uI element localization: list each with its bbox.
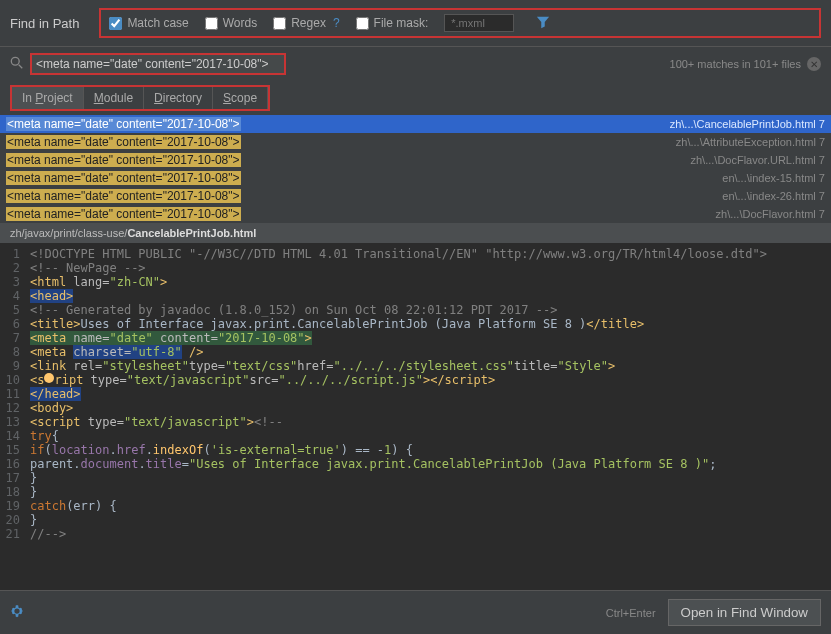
results-list[interactable]: <meta name="date" content="2017-10-08">z… bbox=[0, 115, 831, 223]
result-row[interactable]: <meta name="date" content="2017-10-08">e… bbox=[0, 169, 831, 187]
code-preview[interactable]: 1<!DOCTYPE HTML PUBLIC "-//W3C//DTD HTML… bbox=[0, 243, 831, 590]
search-options-group: Match case Words Regex? File mask: bbox=[99, 8, 821, 38]
result-path: zh\...\DocFlavor.html 7 bbox=[716, 208, 825, 220]
scope-tab-module[interactable]: Module bbox=[84, 87, 144, 109]
scope-row: In Project Module Directory Scope bbox=[0, 81, 831, 115]
open-file-path: zh/javax/print/class-use/CancelablePrint… bbox=[0, 223, 831, 243]
result-match-text: <meta name="date" content="2017-10-08"> bbox=[6, 153, 241, 167]
result-match-text: <meta name="date" content="2017-10-08"> bbox=[6, 189, 241, 203]
filemask-input[interactable] bbox=[444, 14, 514, 32]
result-match-text: <meta name="date" content="2017-10-08"> bbox=[6, 135, 241, 149]
result-path: en\...\index-26.html 7 bbox=[722, 190, 825, 202]
filemask-checkbox[interactable]: File mask: bbox=[356, 16, 429, 30]
dialog-header: Find in Path Match case Words Regex? Fil… bbox=[0, 0, 831, 47]
clear-search-icon[interactable]: ✕ bbox=[807, 57, 821, 71]
shortcut-hint: Ctrl+Enter bbox=[606, 607, 656, 619]
dialog-footer: Ctrl+Enter Open in Find Window bbox=[0, 590, 831, 634]
scope-tabs: In Project Module Directory Scope bbox=[10, 85, 270, 111]
search-input-wrapper bbox=[30, 53, 286, 75]
result-path: zh\...\AttributeException.html 7 bbox=[676, 136, 825, 148]
result-match-text: <meta name="date" content="2017-10-08"> bbox=[6, 117, 241, 131]
words-checkbox[interactable]: Words bbox=[205, 16, 257, 30]
result-row[interactable]: <meta name="date" content="2017-10-08">z… bbox=[0, 115, 831, 133]
filter-icon[interactable] bbox=[536, 15, 550, 32]
result-path: zh\...\DocFlavor.URL.html 7 bbox=[691, 154, 826, 166]
search-row: 100+ matches in 101+ files ✕ bbox=[0, 47, 831, 81]
result-row[interactable]: <meta name="date" content="2017-10-08">e… bbox=[0, 187, 831, 205]
dialog-title: Find in Path bbox=[10, 16, 79, 31]
svg-point-0 bbox=[11, 57, 19, 65]
result-row[interactable]: <meta name="date" content="2017-10-08">z… bbox=[0, 151, 831, 169]
scope-tab-directory[interactable]: Directory bbox=[144, 87, 213, 109]
gear-icon[interactable] bbox=[10, 604, 24, 621]
regex-help-icon[interactable]: ? bbox=[333, 16, 340, 30]
regex-checkbox[interactable]: Regex? bbox=[273, 16, 339, 30]
result-path: en\...\index-15.html 7 bbox=[722, 172, 825, 184]
open-in-find-window-button[interactable]: Open in Find Window bbox=[668, 599, 821, 626]
result-row[interactable]: <meta name="date" content="2017-10-08">z… bbox=[0, 133, 831, 151]
result-match-text: <meta name="date" content="2017-10-08"> bbox=[6, 171, 241, 185]
match-case-checkbox[interactable]: Match case bbox=[109, 16, 188, 30]
find-in-path-dialog: Find in Path Match case Words Regex? Fil… bbox=[0, 0, 831, 634]
result-row[interactable]: <meta name="date" content="2017-10-08">z… bbox=[0, 205, 831, 223]
match-count-label: 100+ matches in 101+ files ✕ bbox=[670, 57, 821, 71]
svg-line-1 bbox=[19, 64, 23, 68]
caret-indicator-icon bbox=[44, 373, 54, 383]
result-path: zh\...\CancelablePrintJob.html 7 bbox=[670, 118, 825, 130]
result-match-text: <meta name="date" content="2017-10-08"> bbox=[6, 207, 241, 221]
search-icon bbox=[10, 56, 24, 73]
scope-tab-scope[interactable]: Scope bbox=[213, 87, 268, 109]
scope-tab-project[interactable]: In Project bbox=[12, 87, 84, 109]
search-input[interactable] bbox=[36, 57, 280, 71]
